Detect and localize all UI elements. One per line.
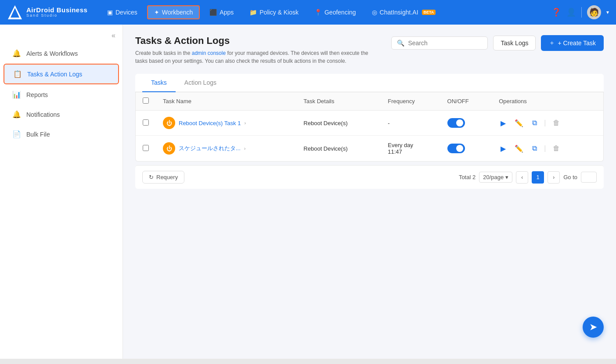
row2-run-icon[interactable]: ▶ xyxy=(499,143,508,155)
create-task-button[interactable]: ＋ + Create Task xyxy=(541,35,604,51)
current-page-number: 1 xyxy=(532,171,544,184)
page-title: Tasks & Action Logs xyxy=(135,35,381,47)
row2-edit-icon[interactable]: ✏️ xyxy=(513,143,525,155)
workbench-icon: ✦ xyxy=(154,9,159,16)
tab-action-logs[interactable]: Action Logs xyxy=(176,74,225,92)
sidebar-label-notifications: Notifications xyxy=(26,111,60,118)
nav-item-geofencing[interactable]: 📍 Geofencing xyxy=(308,6,362,18)
nav-item-apps[interactable]: ⬛ Apps xyxy=(203,6,240,18)
logo-icon xyxy=(7,4,23,20)
sidebar-item-alerts[interactable]: 🔔 Alerts & Workflows xyxy=(4,44,119,63)
row2-copy-icon[interactable]: ⧉ xyxy=(530,143,539,154)
row2-task-name-cell: ⏻ スケジュールされたタ... › xyxy=(156,136,296,162)
next-page-button[interactable]: › xyxy=(548,171,560,184)
row1-checkbox-cell xyxy=(136,111,156,136)
logo-main-text: AirDroid Business xyxy=(26,7,87,14)
apps-icon: ⬛ xyxy=(209,9,217,16)
prev-page-button[interactable]: ‹ xyxy=(516,171,528,184)
header-on-off: ON/OFF xyxy=(440,92,492,111)
fab-button[interactable]: ➤ xyxy=(583,317,604,338)
nav-label-apps: Apps xyxy=(220,9,234,16)
chatinsight-icon: ◎ xyxy=(372,9,377,16)
page-size-select[interactable]: 20/page ▾ xyxy=(479,172,512,183)
sidebar-item-notifications[interactable]: 🔔 Notifications xyxy=(4,105,119,124)
admin-console-link[interactable]: admin console xyxy=(192,50,226,56)
tab-tasks-label: Tasks xyxy=(151,79,167,86)
select-all-checkbox[interactable] xyxy=(143,97,149,104)
page-description: Create bulk tasks in the admin console f… xyxy=(135,49,381,65)
row2-checkbox-cell xyxy=(136,136,156,162)
main-content: Tasks & Action Logs Create bulk tasks in… xyxy=(123,25,616,364)
header-operations: Operations xyxy=(492,92,603,111)
row2-checkbox[interactable] xyxy=(143,145,149,151)
row1-toggle[interactable] xyxy=(447,118,465,128)
header-task-details: Task Details xyxy=(296,92,381,111)
search-box[interactable]: 🔍 xyxy=(391,36,488,50)
nav-item-policy[interactable]: 📁 Policy & Kiosk xyxy=(243,6,305,18)
page-header: Tasks & Action Logs Create bulk tasks in… xyxy=(135,35,604,65)
app-logo[interactable]: AirDroid Business Sand Studio xyxy=(7,4,90,20)
goto-input[interactable]: 1 xyxy=(581,172,597,183)
row2-delete-icon[interactable]: 🗑 xyxy=(551,143,562,154)
avatar[interactable]: 🧑 xyxy=(587,5,601,19)
row2-toggle-cell xyxy=(440,136,492,162)
sidebar-item-reports[interactable]: 📊 Reports xyxy=(4,85,119,104)
nav-label-policy: Policy & Kiosk xyxy=(259,9,299,16)
tasks-table: Task Name Task Details Frequency ON/OFF … xyxy=(136,92,603,161)
row2-task-icon: ⏻ xyxy=(163,142,175,155)
sidebar-item-bulk[interactable]: 📄 Bulk File xyxy=(4,125,119,144)
row1-task-name-link[interactable]: Reboot Device(s) Task 1 xyxy=(179,120,241,126)
row1-checkbox[interactable] xyxy=(143,119,149,126)
bulk-icon: 📄 xyxy=(12,130,21,138)
nav-right-controls: ❓ 👤 🧑 ▾ xyxy=(551,5,609,19)
main-layout: « 🔔 Alerts & Workflows 📋 Tasks & Action … xyxy=(0,25,616,364)
sidebar-collapse-button[interactable]: « xyxy=(0,28,122,43)
row1-task-icon: ⏻ xyxy=(163,117,175,129)
requery-label: Requery xyxy=(156,174,178,180)
sidebar-label-reports: Reports xyxy=(26,91,48,98)
search-input[interactable] xyxy=(408,40,482,47)
tasks-icon: 📋 xyxy=(13,70,22,78)
page-header-right: 🔍 Task Logs ＋ + Create Task xyxy=(391,35,604,51)
help-icon[interactable]: ❓ xyxy=(551,7,561,17)
tab-tasks[interactable]: Tasks xyxy=(142,74,176,92)
sidebar-item-tasks[interactable]: 📋 Tasks & Action Logs xyxy=(4,64,119,84)
nav-item-workbench[interactable]: ✦ Workbench xyxy=(147,5,200,19)
row1-task-details: Reboot Device(s) xyxy=(296,111,381,136)
table-row: ⏻ Reboot Device(s) Task 1 › Reboot Devic… xyxy=(136,111,603,136)
requery-button[interactable]: ↻ Requery xyxy=(142,171,184,184)
row1-run-icon[interactable]: ▶ xyxy=(499,117,508,129)
notifications-icon: 🔔 xyxy=(12,110,21,119)
nav-item-devices[interactable]: ▣ Devices xyxy=(101,6,144,18)
alerts-icon: 🔔 xyxy=(12,49,21,58)
goto-label: Go to xyxy=(563,174,577,180)
row1-chevron-icon: › xyxy=(244,120,246,126)
nav-divider xyxy=(581,7,582,18)
row2-frequency-line2: 11:47 xyxy=(388,148,433,155)
header-task-name: Task Name xyxy=(156,92,296,111)
pagination: Total 2 20/page ▾ ‹ 1 › Go to 1 xyxy=(459,171,597,184)
tab-action-logs-label: Action Logs xyxy=(184,79,216,86)
row1-edit-icon[interactable]: ✏️ xyxy=(513,117,525,129)
task-logs-button[interactable]: Task Logs xyxy=(493,36,536,50)
row1-copy-icon[interactable]: ⧉ xyxy=(530,117,539,129)
page-header-left: Tasks & Action Logs Create bulk tasks in… xyxy=(135,35,381,65)
row2-frequency-line1: Every day xyxy=(388,142,433,148)
row2-task-name-link[interactable]: スケジュールされたタ... xyxy=(179,144,241,152)
plus-icon: ＋ xyxy=(549,39,555,47)
beta-badge: BETA xyxy=(422,10,436,15)
row2-toggle[interactable] xyxy=(447,144,465,153)
row1-operations-cell: ▶ ✏️ ⧉ | 🗑 xyxy=(492,111,603,136)
row1-delete-icon[interactable]: 🗑 xyxy=(551,117,562,129)
geofencing-icon: 📍 xyxy=(314,9,322,16)
avatar-chevron-icon[interactable]: ▾ xyxy=(606,9,609,15)
nav-label-chatinsight: ChatInsight.AI xyxy=(380,9,418,16)
user-icon[interactable]: 👤 xyxy=(566,7,576,17)
tasks-panel: Tasks Action Logs Task Name Task xyxy=(135,74,604,189)
create-task-label: + Create Task xyxy=(558,40,596,47)
collapse-icon: « xyxy=(112,32,115,40)
table-header-row: Task Name Task Details Frequency ON/OFF … xyxy=(136,92,603,111)
page-size-label: 20/page xyxy=(483,174,504,180)
bottom-scrollbar[interactable] xyxy=(0,359,616,364)
nav-item-chatinsight[interactable]: ◎ ChatInsight.AI BETA xyxy=(366,6,442,18)
